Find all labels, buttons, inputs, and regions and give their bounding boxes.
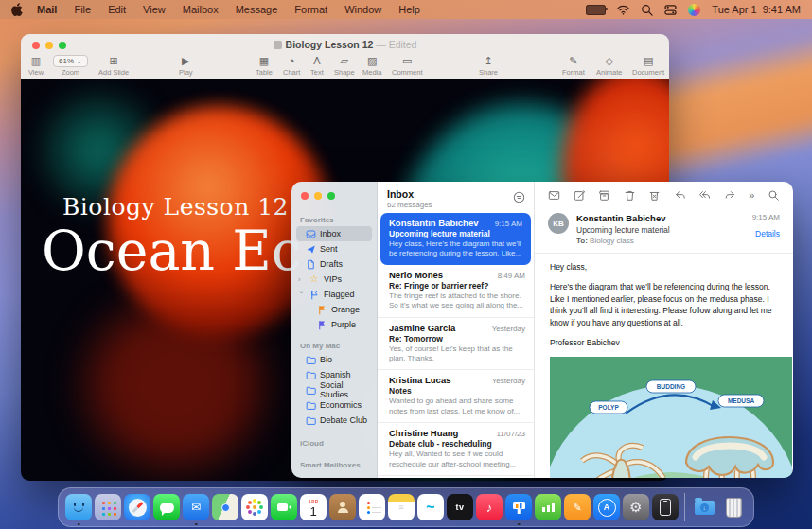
add-slide-button[interactable]: ⊞Add Slide bbox=[98, 55, 129, 77]
filter-icon[interactable] bbox=[513, 190, 525, 207]
junk-icon[interactable] bbox=[648, 189, 661, 202]
table-button[interactable]: ▦Table bbox=[256, 55, 273, 77]
sidebar-item-orange-flag[interactable]: Orange bbox=[296, 302, 372, 317]
dock-item-system-settings[interactable]: ⚙ bbox=[623, 494, 649, 520]
launchpad-icon bbox=[102, 502, 105, 504]
message-row-selected[interactable]: Konstantin Babichev9:15 AM Upcoming lect… bbox=[380, 213, 531, 265]
dock-item-numbers[interactable] bbox=[535, 494, 561, 520]
envelope-icon[interactable] bbox=[548, 189, 560, 202]
sidebar-item-bio[interactable]: Bio bbox=[296, 352, 372, 367]
close-button[interactable] bbox=[301, 192, 309, 200]
jellyfish-lifecycle-diagram[interactable]: POLYP BUDDING MEDUSA bbox=[550, 357, 792, 479]
sidebar-item-social-studies[interactable]: Social Studies bbox=[296, 382, 372, 397]
dock-item-tv[interactable]: tv bbox=[447, 494, 473, 520]
dock-item-reminders[interactable] bbox=[359, 494, 385, 520]
sidebar-item-sent[interactable]: Sent bbox=[296, 241, 372, 256]
sidebar-item-vips[interactable]: › ☆ VIPs bbox=[296, 272, 372, 287]
dock-item-finder[interactable] bbox=[65, 494, 92, 520]
dock-item-keynote[interactable] bbox=[505, 494, 532, 520]
wifi-icon[interactable] bbox=[617, 4, 629, 16]
chevron-down-icon[interactable]: › bbox=[297, 291, 306, 298]
smart-mailboxes-header[interactable]: Smart Mailboxes bbox=[291, 457, 377, 471]
control-center-icon[interactable] bbox=[664, 4, 677, 16]
forward-icon[interactable] bbox=[724, 189, 736, 202]
animate-button[interactable]: ◇Animate bbox=[596, 55, 623, 77]
dock-item-mail[interactable]: ✉ bbox=[183, 494, 209, 520]
menu-message[interactable]: Message bbox=[227, 0, 287, 19]
dock-item-freeform[interactable]: ~ bbox=[417, 494, 444, 520]
menu-mail[interactable]: Mail bbox=[28, 0, 65, 19]
dock-item-launchpad[interactable] bbox=[95, 494, 121, 520]
zoom-value[interactable]: 61% ⌄ bbox=[53, 55, 88, 67]
desktop: Biology Lesson 12 — Edited ▥View 61% ⌄Zo… bbox=[0, 0, 812, 529]
view-button[interactable]: ▥View bbox=[28, 55, 44, 77]
dock-item-trash[interactable] bbox=[720, 494, 747, 520]
flag-outline-icon bbox=[309, 289, 320, 300]
message-row[interactable]: Nerio Mones8:49 AM Re: Fringe or barrier… bbox=[378, 265, 534, 317]
chart-button[interactable]: ◔Chart bbox=[283, 55, 300, 77]
chevron-right-icon[interactable]: › bbox=[298, 275, 305, 284]
menu-mailbox[interactable]: Mailbox bbox=[174, 0, 227, 19]
menu-file[interactable]: File bbox=[65, 0, 99, 19]
apple-menu-icon[interactable] bbox=[11, 3, 23, 16]
menu-help[interactable]: Help bbox=[390, 0, 429, 19]
mail-traffic-lights[interactable] bbox=[301, 192, 335, 200]
minimize-button[interactable] bbox=[314, 192, 322, 200]
details-link[interactable]: Details bbox=[752, 229, 780, 238]
shape-button[interactable]: ▱Shape bbox=[334, 55, 355, 77]
icloud-header[interactable]: iCloud bbox=[291, 435, 377, 450]
zoom-window-button[interactable] bbox=[327, 192, 335, 200]
dock-item-music[interactable]: ♪ bbox=[476, 494, 503, 520]
animate-icon: ◇ bbox=[606, 55, 613, 67]
battery-icon[interactable] bbox=[586, 5, 606, 15]
sidebar-item-drafts[interactable]: Drafts bbox=[296, 256, 372, 272]
message-count: 62 messages bbox=[387, 201, 524, 209]
sidebar-item-inbox[interactable]: Inbox bbox=[296, 226, 372, 241]
search-icon[interactable] bbox=[641, 4, 653, 16]
dock-item-pages[interactable]: ✎ bbox=[564, 494, 591, 520]
sidebar-item-flagged[interactable]: › Flagged bbox=[296, 287, 372, 302]
zoom-control[interactable]: 61% ⌄Zoom bbox=[53, 55, 88, 77]
sidebar-item-purple-flag[interactable]: Purple bbox=[296, 317, 372, 332]
colorful-status-icon[interactable] bbox=[688, 4, 700, 16]
archive-icon[interactable] bbox=[598, 189, 610, 202]
text-icon: A bbox=[313, 55, 320, 67]
dock-item-maps[interactable] bbox=[212, 494, 238, 520]
comment-button[interactable]: ▭Comment bbox=[392, 55, 423, 77]
format-button[interactable]: ✎Format bbox=[562, 55, 585, 77]
message-row[interactable]: Kristina LucasYesterday Notes Wanted to … bbox=[378, 369, 534, 422]
menu-bar-clock[interactable]: Tue Apr 19:41 AM bbox=[712, 4, 801, 15]
dock-item-app-store[interactable]: A bbox=[593, 494, 620, 520]
slide-title: Ocean Ec bbox=[42, 220, 302, 282]
compose-icon[interactable] bbox=[574, 189, 586, 202]
message-row[interactable]: Jasmine GarciaYesterday Re: Tomorrow Yes… bbox=[378, 317, 534, 370]
text-button[interactable]: AText bbox=[310, 55, 324, 77]
dock-item-iphone-mirroring[interactable] bbox=[652, 494, 679, 520]
media-button[interactable]: ▨Media bbox=[362, 55, 381, 77]
dock-item-messages[interactable] bbox=[153, 494, 180, 520]
dock-item-notes[interactable]: ≡ bbox=[388, 494, 415, 520]
menu-window[interactable]: Window bbox=[336, 0, 390, 19]
sidebar-item-economics[interactable]: Economics bbox=[296, 397, 372, 413]
menu-edit[interactable]: Edit bbox=[99, 0, 134, 19]
sidebar-item-debate-club[interactable]: Debate Club bbox=[296, 413, 372, 428]
message-row[interactable]: Darla Davidson11/05/23 Tomorrow's class … bbox=[378, 475, 534, 478]
reply-all-icon[interactable] bbox=[698, 189, 711, 202]
search-icon[interactable] bbox=[768, 189, 780, 202]
message-row[interactable]: Christine Huang11/07/23 Debate club - re… bbox=[378, 422, 534, 475]
dock-item-downloads[interactable]: ↓ bbox=[691, 494, 717, 520]
reply-icon[interactable] bbox=[674, 189, 686, 202]
share-button[interactable]: ↥Share bbox=[479, 55, 498, 77]
document-button[interactable]: ▤Document bbox=[632, 55, 664, 77]
menu-view[interactable]: View bbox=[134, 0, 174, 19]
dock-item-safari[interactable] bbox=[124, 494, 150, 520]
message-detail-pane: » KB Konstantin Babichev bbox=[535, 182, 793, 478]
dock-item-contacts[interactable] bbox=[329, 494, 356, 520]
menu-format[interactable]: Format bbox=[286, 0, 336, 19]
trash-icon[interactable] bbox=[624, 189, 636, 202]
dock-item-photos[interactable] bbox=[241, 494, 268, 520]
more-icon[interactable]: » bbox=[749, 189, 754, 202]
dock-item-calendar[interactable]: APR1 bbox=[300, 494, 327, 520]
play-button[interactable]: ▶Play bbox=[179, 55, 193, 77]
dock-item-facetime[interactable] bbox=[271, 494, 297, 520]
